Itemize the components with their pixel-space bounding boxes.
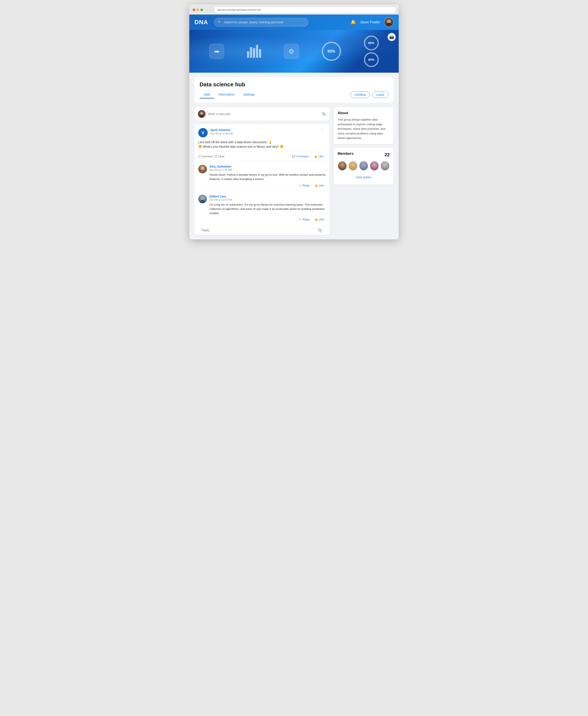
member-avatar-3[interactable] bbox=[359, 161, 369, 171]
member-avatar-1[interactable] bbox=[338, 161, 347, 171]
comment-body: Gilbert Lieu Dec 06 at 11:47 AM I'm a bi… bbox=[209, 195, 326, 222]
like-button-2[interactable]: 👍 Like bbox=[313, 217, 326, 222]
member-avatar-4[interactable] bbox=[370, 161, 379, 171]
comment-body: Amy Jaxheimer Dec 06 at 11:46 AM Hands d… bbox=[209, 165, 326, 188]
comment-item: Amy Jaxheimer Dec 06 at 11:46 AM Hands d… bbox=[198, 161, 326, 191]
comment-actions: ↩ Reply 👍 Like bbox=[209, 217, 326, 222]
post-menu-button[interactable]: ⋮ bbox=[320, 128, 326, 133]
hero-stat-93-text: 93% bbox=[328, 49, 335, 54]
like-icon-2: 👍 bbox=[314, 218, 318, 221]
amy-avatar bbox=[198, 165, 207, 173]
reply-button-2[interactable]: ↩ Reply bbox=[297, 217, 311, 222]
bar-2 bbox=[250, 47, 252, 58]
reply-button-1[interactable]: ↩ Reply bbox=[297, 183, 311, 188]
post-stats: 2 Comment 22 Likes 💬 Comment 👍 Like bbox=[198, 151, 326, 161]
nav-right: 🔔 Jason Fowler bbox=[351, 18, 394, 27]
reply-attach-icon[interactable]: 📎 bbox=[317, 228, 322, 232]
minimize-dot[interactable] bbox=[196, 8, 199, 11]
like-thumb-icon: 👍 bbox=[314, 155, 317, 158]
nav-user-avatar[interactable] bbox=[384, 18, 394, 27]
members-avatars bbox=[338, 161, 390, 171]
maximize-dot[interactable] bbox=[201, 8, 203, 11]
comment-author-name[interactable]: Amy Jaxheimer bbox=[209, 165, 326, 168]
post-author-name[interactable]: April Gloston bbox=[210, 128, 317, 132]
hero-banner: ➡ ⚙ 93% 65% 83% 📷 bbox=[189, 30, 399, 73]
post-actions: 💬 Comment 👍 Like bbox=[290, 154, 326, 159]
avatar-image bbox=[384, 18, 393, 26]
post-stat-text: 2 Comment 22 Likes bbox=[198, 155, 290, 158]
close-dot[interactable] bbox=[193, 8, 195, 11]
give-praise-button[interactable]: Give praise bbox=[338, 174, 390, 181]
top-nav: DNA 🔍 Search for people, teams, learning… bbox=[189, 15, 399, 30]
hero-stat-65: 65% bbox=[364, 36, 379, 50]
bar-1 bbox=[247, 51, 249, 58]
browser-dots bbox=[193, 8, 203, 11]
bar-4 bbox=[256, 45, 258, 58]
hero-bar-chart bbox=[247, 45, 261, 58]
nav-search-bar[interactable]: 🔍 Search for people, teams, learning and… bbox=[214, 18, 308, 26]
tab-information[interactable]: Information bbox=[214, 91, 239, 99]
comment-timestamp: Dec 06 at 11:47 AM bbox=[209, 198, 326, 201]
address-bar[interactable]: app.dna.com/groups/data-science-hub bbox=[215, 7, 395, 13]
comment-action-button[interactable]: 💬 Comment bbox=[290, 154, 311, 159]
reply-icon-2: ↩ bbox=[299, 218, 301, 221]
like-count: 22 Likes bbox=[214, 155, 224, 158]
comment-label: Comment bbox=[296, 155, 308, 158]
reply-input-row: 📎 bbox=[198, 225, 326, 235]
hero-stats-group-2: 65% 83% bbox=[364, 36, 379, 67]
comment-author-name[interactable]: Gilbert Lieu bbox=[209, 195, 326, 198]
group-title: Data science hub bbox=[200, 81, 388, 88]
post-author-info: April Gloston Dec 06 at 11:46 AM bbox=[210, 128, 317, 135]
nav-logo[interactable]: DNA bbox=[194, 19, 208, 26]
unfollow-button[interactable]: Unfollow bbox=[351, 91, 370, 98]
browser-window: ‹ › app.dna.com/groups/data-science-hub … bbox=[189, 4, 399, 239]
new-post-card: 📎 bbox=[194, 107, 330, 121]
about-card: About This group brings together data en… bbox=[334, 107, 394, 144]
post-timestamp: Dec 06 at 11:46 AM bbox=[210, 132, 317, 135]
like-label-2: Like bbox=[319, 218, 324, 221]
group-tab-actions: Unfollow Leave bbox=[351, 91, 388, 98]
bar-3 bbox=[253, 48, 255, 58]
members-card: Members 22 Give praise bbox=[334, 148, 394, 184]
like-label-1: Like bbox=[319, 184, 324, 187]
attach-icon[interactable]: 📎 bbox=[321, 111, 326, 116]
browser-nav: ‹ › bbox=[206, 7, 212, 12]
post-header: V April Gloston Dec 06 at 11:46 AM ⋮ bbox=[198, 128, 326, 138]
new-post-input[interactable] bbox=[208, 112, 319, 116]
comment-timestamp: Dec 06 at 11:46 AM bbox=[209, 168, 326, 171]
page-content: Data science hub Wall Information Settin… bbox=[189, 73, 399, 239]
hero-stat-65-text: 65% bbox=[369, 41, 374, 45]
post-text: Let's kick off the week with a data-driv… bbox=[198, 140, 326, 149]
comment-actions: ↩ Reply 👍 Like bbox=[209, 183, 326, 188]
comment-text: Hands down, Python's pandas library is m… bbox=[209, 173, 326, 182]
reply-icon-1: ↩ bbox=[299, 184, 301, 187]
reply-input[interactable] bbox=[202, 228, 315, 232]
group-tabs: Wall Information Settings Unfollow Leave bbox=[200, 91, 388, 99]
notification-bell-icon[interactable]: 🔔 bbox=[351, 19, 356, 25]
members-header: Members 22 bbox=[338, 151, 390, 158]
like-button-1[interactable]: 👍 Like bbox=[313, 183, 326, 188]
back-button[interactable]: ‹ bbox=[206, 7, 208, 12]
like-label: Like bbox=[318, 155, 323, 158]
post-text-line2: 🤔 What's your favorite data science tool… bbox=[198, 144, 326, 149]
member-avatar-5[interactable] bbox=[380, 161, 390, 171]
tab-wall[interactable]: Wall bbox=[200, 91, 214, 99]
search-icon: 🔍 bbox=[218, 20, 222, 24]
hero-stats-group: 93% bbox=[322, 42, 341, 61]
leave-button[interactable]: Leave bbox=[372, 91, 388, 98]
hero-stat-83: 83% bbox=[364, 52, 379, 67]
camera-button[interactable]: 📷 bbox=[387, 33, 396, 41]
side-col: About This group brings together data en… bbox=[334, 107, 394, 188]
like-icon-1: 👍 bbox=[314, 184, 318, 187]
tab-settings[interactable]: Settings bbox=[239, 91, 259, 99]
comment-text: I'm a big fan of scikit-learn. It's my g… bbox=[209, 203, 326, 216]
gilbert-avatar bbox=[198, 195, 207, 203]
post-author-avatar: V bbox=[198, 128, 208, 138]
forward-button[interactable]: › bbox=[209, 7, 212, 12]
two-col-layout: 📎 V April Gloston Dec 06 at 11:46 AM ⋮ L… bbox=[194, 107, 394, 235]
main-col: 📎 V April Gloston Dec 06 at 11:46 AM ⋮ L… bbox=[194, 107, 330, 235]
address-text: app.dna.com/groups/data-science-hub bbox=[217, 8, 261, 11]
like-action-button[interactable]: 👍 Like bbox=[312, 154, 326, 159]
nav-username: Jason Fowler bbox=[360, 20, 380, 24]
member-avatar-2[interactable] bbox=[348, 161, 358, 171]
